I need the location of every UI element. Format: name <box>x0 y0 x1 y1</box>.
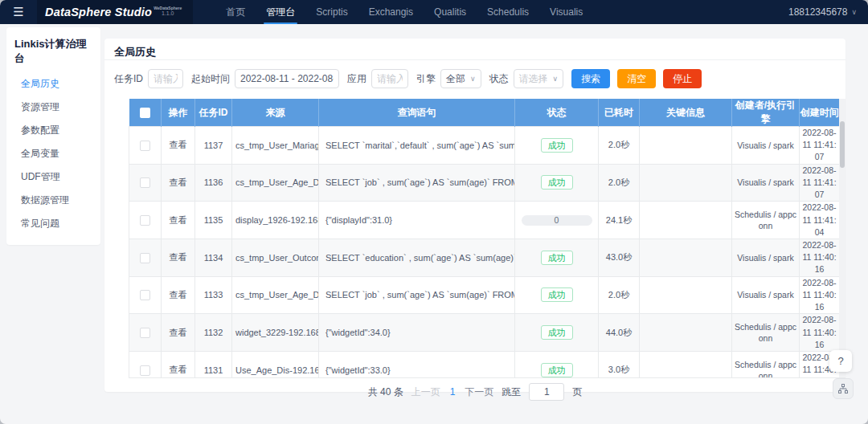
brand-superscript: WeDataSphere 1.1.0 <box>154 6 182 16</box>
app-window: ☰ DataSphere Studio WeDataSphere 1.1.0 首… <box>0 0 868 424</box>
top-navbar: ☰ DataSphere Studio WeDataSphere 1.1.0 首… <box>0 0 868 24</box>
engine-label: 引擎 <box>416 72 436 86</box>
pagination: 共 40 条 上一页 1 下一页 跳至 页 <box>104 378 845 406</box>
header-keyinfo: 关键信息 <box>640 99 732 127</box>
next-page-button[interactable]: 下一页 <box>465 385 493 399</box>
history-table: 操作 任务ID 来源 查询语句 状态 已耗时 关键信息 创建者/执行引擎 创建时… <box>129 99 840 378</box>
view-link[interactable]: 查看 <box>170 328 187 337</box>
header-op: 操作 <box>162 99 195 127</box>
table-header-row: 操作 任务ID 来源 查询语句 状态 已耗时 关键信息 创建者/执行引擎 创建时… <box>129 99 840 127</box>
view-link[interactable]: 查看 <box>170 252 187 262</box>
brand-logo[interactable]: DataSphere Studio WeDataSphere 1.1.0 <box>37 0 193 24</box>
widget-button[interactable] <box>833 378 854 399</box>
table-row: 查看 1131 Use_Age_Dis-192.168.2... {"widge… <box>129 351 840 378</box>
nav-item-visualis[interactable]: Visualis <box>539 0 593 24</box>
header-query: 查询语句 <box>319 99 515 127</box>
table-row: 查看 1135 display_1926-192.168.2... {"disp… <box>129 202 840 239</box>
search-button[interactable]: 搜索 <box>571 69 610 88</box>
hamburger-icon[interactable]: ☰ <box>0 5 37 19</box>
sidebar: Linkis计算治理台 全局历史 资源管理 参数配置 全局变量 UDF管理 数据… <box>6 27 100 245</box>
chevron-down-icon: ∨ <box>851 8 857 16</box>
nav-item-console[interactable]: 管理台 <box>256 0 305 24</box>
progress-bar: 0 <box>522 215 592 226</box>
header-status: 状态 <box>515 99 599 127</box>
sidebar-item-resource-management[interactable]: 资源管理 <box>6 96 100 119</box>
pagination-total: 共 40 条 <box>368 385 403 399</box>
sidebar-item-global-history[interactable]: 全局历史 <box>6 72 100 96</box>
header-created: 创建时间 <box>800 99 840 127</box>
status-badge: 成功 <box>541 287 573 302</box>
table-row: 查看 1133 cs_tmp_User_Age_Distri... SELECT… <box>129 276 840 314</box>
stop-button[interactable]: 停止 <box>663 69 702 88</box>
main-nav: 首页 管理台 Scriptis Exchangis Qualitis Sched… <box>215 0 593 24</box>
nav-item-qualitis[interactable]: Qualitis <box>424 0 477 24</box>
table-row: 查看 1134 cs_tmp_User_Outcome_... SELECT `… <box>129 238 840 276</box>
view-link[interactable]: 查看 <box>170 290 187 300</box>
table-row: 查看 1132 widget_3229-192.168.2... {"widge… <box>129 314 840 352</box>
main-panel: 全局历史 任务ID 起始时间 应用 引擎 全部 ∨ 状态 请选择 ∨ 搜索 清空… <box>104 39 845 392</box>
table-scrollbar[interactable] <box>839 99 845 378</box>
jump-to-label: 跳至 <box>502 385 521 399</box>
row-checkbox[interactable] <box>140 177 150 188</box>
sidebar-item-udf-management[interactable]: UDF管理 <box>6 165 100 189</box>
chevron-down-icon: ∨ <box>553 75 559 83</box>
row-checkbox[interactable] <box>140 365 150 376</box>
header-elapsed: 已耗时 <box>599 99 640 127</box>
view-link[interactable]: 查看 <box>170 140 187 149</box>
prev-page-button[interactable]: 上一页 <box>411 385 440 399</box>
row-checkbox[interactable] <box>140 290 150 300</box>
section-header: 全局历史 <box>104 39 845 60</box>
status-badge: 成功 <box>541 363 573 377</box>
clear-button[interactable]: 清空 <box>617 69 656 88</box>
nav-item-exchangis[interactable]: Exchangis <box>358 0 424 24</box>
user-menu[interactable]: 18812345678 ∨ <box>788 6 857 18</box>
sidebar-item-datasource-management[interactable]: 数据源管理 <box>6 189 100 212</box>
sidebar-item-global-variables[interactable]: 全局变量 <box>6 142 100 165</box>
view-link[interactable]: 查看 <box>170 215 187 225</box>
history-table-container: 操作 任务ID 来源 查询语句 状态 已耗时 关键信息 创建者/执行引擎 创建时… <box>129 99 845 378</box>
task-id-input[interactable] <box>148 69 183 88</box>
page-title: 全局历史 <box>114 46 156 58</box>
status-badge: 成功 <box>541 325 573 340</box>
row-checkbox[interactable] <box>140 215 150 226</box>
select-all-checkbox[interactable] <box>140 108 150 118</box>
brand-title: DataSphere Studio <box>45 6 152 18</box>
engine-select[interactable]: 全部 ∨ <box>440 69 481 88</box>
jump-page-input[interactable] <box>529 383 564 401</box>
task-id-label: 任务ID <box>114 72 143 86</box>
question-mark-icon: ? <box>837 355 843 367</box>
app-input[interactable] <box>371 69 408 88</box>
status-select[interactable]: 请选择 ∨ <box>514 69 564 88</box>
app-label: 应用 <box>347 72 366 86</box>
view-link[interactable]: 查看 <box>170 365 187 374</box>
filter-bar: 任务ID 起始时间 应用 引擎 全部 ∨ 状态 请选择 ∨ 搜索 清空 停止 <box>104 60 845 97</box>
chevron-down-icon: ∨ <box>470 75 476 83</box>
nav-item-scriptis[interactable]: Scriptis <box>305 0 358 24</box>
scrollbar-thumb[interactable] <box>840 121 845 168</box>
status-label: 状态 <box>489 72 509 86</box>
status-badge: 成功 <box>541 175 573 190</box>
row-checkbox[interactable] <box>140 141 150 151</box>
date-range-input[interactable] <box>235 69 339 88</box>
header-select-all <box>129 99 162 127</box>
user-phone: 18812345678 <box>788 6 847 18</box>
start-time-label: 起始时间 <box>191 72 230 86</box>
nav-item-home[interactable]: 首页 <box>215 0 256 24</box>
page-number-current[interactable]: 1 <box>448 386 457 398</box>
page-unit-label: 页 <box>572 385 582 399</box>
row-checkbox[interactable] <box>140 328 150 338</box>
table-row: 查看 1137 cs_tmp_User_Mariage_rs... SELECT… <box>129 127 840 165</box>
active-tab-underline <box>264 22 297 24</box>
sidebar-item-faq[interactable]: 常见问题 <box>6 212 100 235</box>
sidebar-item-parameter-config[interactable]: 参数配置 <box>6 119 100 142</box>
row-checkbox[interactable] <box>140 253 150 263</box>
header-task-id: 任务ID <box>195 99 232 127</box>
view-link[interactable]: 查看 <box>170 177 187 187</box>
sidebar-title: Linkis计算治理台 <box>6 35 100 72</box>
nav-item-schedulis[interactable]: Schedulis <box>477 0 539 24</box>
status-badge: 成功 <box>541 251 573 265</box>
header-source: 来源 <box>232 99 319 127</box>
header-creator: 创建者/执行引擎 <box>732 99 800 127</box>
sitemap-icon <box>838 384 848 393</box>
help-button[interactable]: ? <box>829 350 852 372</box>
